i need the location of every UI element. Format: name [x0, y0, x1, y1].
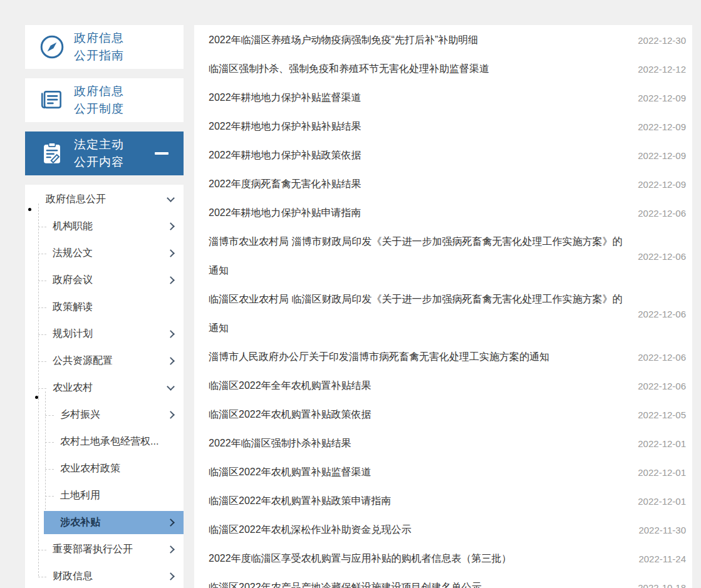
minus-icon[interactable]: [155, 152, 169, 155]
article-list-item[interactable]: 2022年耕地地力保护补贴补贴结果 2022-12-09: [209, 112, 686, 141]
article-list-item[interactable]: 临淄区2022年全年农机购置补贴结果 2022-12-06: [209, 371, 686, 400]
article-date: 2022-12-06: [638, 251, 686, 262]
sidebar-menu-item[interactable]: 乡村振兴: [25, 401, 184, 428]
chevron-right-icon: [167, 357, 175, 365]
sidebar-menu-item[interactable]: 农村土地承包经营权...: [25, 428, 184, 455]
article-title[interactable]: 淄博市人民政府办公厅关于印发淄博市病死畜禽无害化处理工实施方案的通知: [209, 343, 625, 371]
sidebar-menu-item[interactable]: 机构职能: [25, 213, 184, 240]
sidebar-menu-item-label: 重要部署执行公开: [53, 543, 133, 556]
article-title[interactable]: 临淄区2022年农产品产地冷藏保鲜设施建设项目创建名单公示: [209, 573, 625, 588]
chevron-right-icon: [167, 276, 175, 284]
article-title[interactable]: 临淄区2022年农机购置补贴政策申请指南: [209, 487, 625, 515]
article-title[interactable]: 2022年临淄区养殖场户动物疫病强制免疫“先打后补”补助明细: [209, 26, 625, 54]
article-date: 2022-12-09: [638, 93, 686, 103]
sidebar-menu-item-label: 规划计划: [53, 328, 93, 341]
article-title[interactable]: 临淄区2022年农机购置补贴监督渠道: [209, 458, 625, 487]
article-list-item[interactable]: 临淄区2022年农机购置补贴政策依据 2022-12-05: [209, 400, 686, 429]
sidebar-menu-item[interactable]: 财政信息: [25, 563, 184, 588]
article-date: 2022-12-01: [638, 467, 686, 478]
chevron-right-icon: [167, 330, 175, 338]
article-list-item[interactable]: 临淄区2022年农机购置补贴监督渠道 2022-12-01: [209, 458, 686, 487]
article-list-item[interactable]: 临淄区农业农村局 临淄区财政局印发《关于进一步加强病死畜禽无害化处理工作实施方案…: [209, 285, 686, 343]
article-title[interactable]: 临淄区2022年全年农机购置补贴结果: [209, 371, 625, 400]
sidebar-menu-item-label: 公共资源配置: [53, 354, 113, 368]
article-list-item[interactable]: 2022年度临淄区享受农机购置与应用补贴的购机者信息表（第三批） 2022-11…: [209, 544, 686, 573]
sidebar-card-label: 法定主动 公开内容: [74, 136, 124, 171]
chevron-right-icon: [167, 572, 175, 580]
sidebar-menu-item-label: 土地利用: [60, 489, 100, 502]
article-date: 2022-12-06: [638, 381, 686, 391]
sidebar-menu-item[interactable]: 政策解读: [25, 294, 184, 321]
chevron-down-icon: [167, 194, 175, 202]
article-title[interactable]: 临淄区农业农村局 临淄区财政局印发《关于进一步加强病死畜禽无害化处理工作实施方案…: [209, 285, 625, 343]
article-list-item[interactable]: 2022年耕地地力保护补贴政策依据 2022-12-09: [209, 141, 686, 170]
book-icon: [39, 87, 65, 113]
sidebar-menu-item[interactable]: 重要部署执行公开: [25, 536, 184, 563]
article-list-item[interactable]: 临淄区强制扑杀、强制免疫和养殖环节无害化处理补助监督渠道 2022-12-12: [209, 54, 686, 83]
article-list-item[interactable]: 淄博市农业农村局 淄博市财政局印发《关于进一步加强病死畜禽无害化处理工作实施方案…: [209, 227, 686, 285]
article-date: 2022-11-30: [638, 525, 686, 535]
article-list-item[interactable]: 临淄区2022年农机购置补贴政策申请指南 2022-12-01: [209, 487, 686, 515]
article-list-item[interactable]: 淄博市人民政府办公厅关于印发淄博市病死畜禽无害化处理工实施方案的通知 2022-…: [209, 343, 686, 371]
article-list-item[interactable]: 2022年耕地地力保护补贴申请指南 2022-12-06: [209, 199, 686, 227]
sidebar-menu-item[interactable]: 农业农村: [25, 374, 184, 401]
clipboard-pen-icon: [39, 140, 65, 167]
chevron-right-icon: [167, 411, 175, 419]
article-title[interactable]: 临淄区2022年农机深松作业补助资金兑现公示: [209, 515, 626, 544]
sidebar: 政府信息 公开指南 政府信息 公开制度: [25, 25, 184, 588]
article-date: 2022-12-01: [638, 438, 686, 449]
main-content: 2022年临淄区养殖场户动物疫病强制免疫“先打后补”补助明细 2022-12-3…: [194, 25, 692, 588]
article-date: 2022-12-06: [638, 208, 686, 219]
article-title[interactable]: 2022年耕地地力保护补贴申请指南: [209, 199, 625, 227]
sidebar-menu-item[interactable]: 政府信息公开: [25, 186, 184, 213]
article-title[interactable]: 临淄区2022年农机购置补贴政策依据: [209, 400, 625, 429]
article-title[interactable]: 2022年耕地地力保护补贴政策依据: [209, 141, 625, 170]
article-list-item[interactable]: 2022年临淄区养殖场户动物疫病强制免疫“先打后补”补助明细 2022-12-3…: [209, 26, 686, 54]
chevron-right-icon: [167, 545, 175, 554]
article-list-item[interactable]: 临淄区2022年农产品产地冷藏保鲜设施建设项目创建名单公示 2022-10-18: [209, 573, 686, 588]
sidebar-card-disclosure-system[interactable]: 政府信息 公开制度: [25, 78, 184, 122]
sidebar-menu-item[interactable]: 土地利用: [25, 482, 184, 509]
article-date: 2022-10-18: [638, 582, 686, 588]
sidebar-card-label: 政府信息 公开指南: [74, 29, 124, 64]
article-title[interactable]: 临淄区强制扑杀、强制免疫和养殖环节无害化处理补助监督渠道: [209, 54, 625, 83]
sidebar-menu-item[interactable]: 农业农村政策: [25, 455, 184, 482]
compass-icon: [39, 34, 65, 60]
chevron-right-icon: [167, 222, 175, 230]
article-title[interactable]: 2022年耕地地力保护补贴补贴结果: [209, 112, 625, 141]
sidebar-menu-item-label: 涉农补贴: [60, 516, 100, 529]
sidebar-menu-item-label: 农村土地承包经营权...: [60, 435, 158, 448]
article-list-item[interactable]: 2022年度病死畜禽无害化补贴结果 2022-12-09: [209, 170, 686, 199]
sidebar-menu-item[interactable]: 涉农补贴: [25, 509, 184, 536]
article-title[interactable]: 2022年度临淄区享受农机购置与应用补贴的购机者信息表（第三批）: [209, 544, 626, 573]
article-title[interactable]: 2022年耕地地力保护补贴监督渠道: [209, 83, 625, 112]
article-date: 2022-12-06: [638, 352, 686, 363]
article-list: 2022年临淄区养殖场户动物疫病强制免疫“先打后补”补助明细 2022-12-3…: [209, 26, 686, 588]
article-list-item[interactable]: 临淄区2022年农机深松作业补助资金兑现公示 2022-11-30: [209, 515, 686, 544]
article-title[interactable]: 2022年度病死畜禽无害化补贴结果: [209, 170, 625, 199]
sidebar-menu-item-label: 法规公文: [53, 247, 93, 260]
sidebar-menu-item-label: 政策解读: [53, 301, 93, 314]
article-date: 2022-12-12: [638, 64, 686, 75]
sidebar-card-disclosure-guide[interactable]: 政府信息 公开指南: [25, 25, 184, 69]
article-date: 2022-12-09: [638, 179, 686, 190]
sidebar-menu-item-label: 政府信息公开: [46, 193, 106, 206]
sidebar-card-statutory-disclosure[interactable]: 法定主动 公开内容: [25, 132, 184, 175]
sidebar-menu-item-label: 政府会议: [53, 274, 93, 287]
article-list-item[interactable]: 2022年耕地地力保护补贴监督渠道 2022-12-09: [209, 83, 686, 112]
sidebar-menu-item[interactable]: 政府会议: [25, 267, 184, 294]
article-title[interactable]: 淄博市农业农村局 淄博市财政局印发《关于进一步加强病死畜禽无害化处理工作实施方案…: [209, 227, 625, 285]
sidebar-menu-item-label: 农业农村: [53, 381, 93, 395]
article-date: 2022-11-24: [638, 554, 686, 564]
sidebar-menu-item-label: 乡村振兴: [60, 408, 100, 421]
article-date: 2022-12-30: [638, 35, 686, 46]
chevron-right-icon: [167, 249, 175, 257]
article-title[interactable]: 2022年临淄区强制扑杀补贴结果: [209, 429, 625, 458]
article-date: 2022-12-09: [638, 150, 686, 161]
sidebar-card-label: 政府信息 公开制度: [74, 83, 124, 118]
sidebar-menu-item[interactable]: 公共资源配置: [25, 348, 184, 374]
sidebar-menu-item[interactable]: 法规公文: [25, 240, 184, 267]
article-list-item[interactable]: 2022年临淄区强制扑杀补贴结果 2022-12-01: [209, 429, 686, 458]
sidebar-menu-item[interactable]: 规划计划: [25, 321, 184, 348]
sidebar-menu-item-label: 机构职能: [53, 220, 93, 233]
